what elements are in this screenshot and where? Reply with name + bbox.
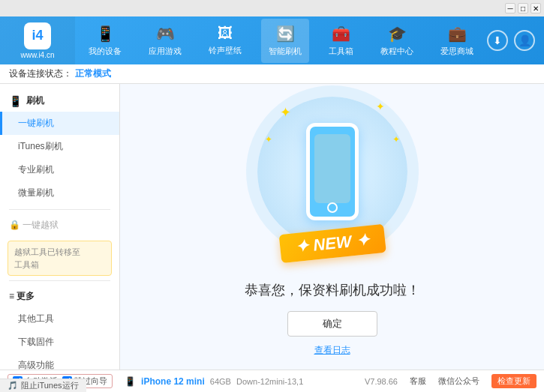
header-actions: ⬇ 👤 (487, 30, 544, 51)
check-update-button[interactable]: 检查更新 (491, 374, 536, 388)
sidebar-item-micro-flash-label: 微量刷机 (18, 187, 54, 198)
itunes-icon: 🎵 (8, 381, 18, 391)
more-section-title: ≡ 更多 (0, 286, 119, 307)
nav-item-apps-games[interactable]: 🎮 应用游戏 (141, 19, 189, 63)
flash-label: 刷机 (26, 94, 44, 107)
view-log-link[interactable]: 查看日志 (314, 344, 350, 357)
nav-item-wallpaper-label: 铃声壁纸 (209, 45, 242, 56)
notice-text: 越狱工具已转移至工具箱 (14, 247, 80, 269)
sidebar: 📱 刷机 一键刷机 iTunes刷机 专业刷机 微量刷机 🔒 一键越狱 越狱工具… (0, 84, 120, 370)
more-label: ≡ 更多 (9, 290, 35, 303)
nav-item-shop-label: 爱思商城 (440, 46, 473, 57)
status-label: 设备连接状态： (9, 67, 72, 80)
sidebar-item-download-firmware[interactable]: 下载固件 (0, 331, 119, 354)
minimize-button[interactable]: ─ (505, 3, 515, 13)
user-button[interactable]: 👤 (514, 30, 535, 51)
nav-item-tutorial-label: 教程中心 (380, 46, 413, 57)
header: i4 www.i4.cn 📱 我的设备 🎮 应用游戏 🖼 铃声壁纸 🔄 智能刷机… (0, 16, 544, 64)
sidebar-divider-2 (9, 280, 110, 281)
sparkle-4: ✦ (392, 134, 400, 145)
logo-icon: i4 (24, 22, 51, 49)
device-firmware: Down-12mini-13,1 (236, 377, 303, 386)
nav-item-tutorial[interactable]: 🎓 教程中心 (373, 19, 421, 63)
nav-item-my-device[interactable]: 📱 我的设备 (81, 19, 129, 63)
sidebar-item-pro-flash[interactable]: 专业刷机 (0, 158, 119, 181)
sidebar-item-itunes-flash-label: iTunes刷机 (18, 141, 63, 151)
logo-area: i4 www.i4.cn (0, 16, 75, 64)
sidebar-item-other-tools-label: 其他工具 (18, 313, 54, 324)
smart-shop-icon: 🔄 (276, 25, 295, 43)
sidebar-item-pro-flash-label: 专业刷机 (18, 164, 54, 175)
sidebar-item-one-key-flash[interactable]: 一键刷机 (0, 112, 119, 135)
phone-screen (314, 134, 350, 203)
tutorial-icon: 🎓 (388, 25, 407, 43)
download-button[interactable]: ⬇ (487, 30, 508, 51)
sidebar-item-micro-flash[interactable]: 微量刷机 (0, 181, 119, 205)
sparkle-1: ✦ (280, 104, 291, 121)
nav-item-my-device-label: 我的设备 (89, 46, 122, 57)
my-device-icon: 📱 (96, 25, 115, 43)
new-badge-decoration-left: ✦ (294, 236, 314, 256)
phone-home-button (327, 202, 338, 213)
wallpaper-icon: 🖼 (218, 25, 233, 42)
sidebar-divider-1 (9, 209, 110, 210)
itunes-bar: 🎵 阻止iTunes运行 (0, 379, 86, 392)
new-badge-text: NEW (312, 232, 353, 254)
confirm-button[interactable]: 确定 (287, 311, 377, 337)
nav-bar: 📱 我的设备 🎮 应用游戏 🖼 铃声壁纸 🔄 智能刷机 🧰 工具箱 🎓 教程中心… (75, 16, 487, 64)
device-icon: 📱 (125, 376, 136, 387)
logo-url: www.i4.cn (20, 51, 54, 59)
sidebar-item-download-firmware-label: 下载固件 (18, 337, 54, 347)
maximize-button[interactable]: □ (518, 3, 528, 13)
sparkle-3: ✦ (265, 134, 272, 145)
sidebar-item-advanced[interactable]: 高级功能 (0, 354, 119, 370)
shop-icon: 💼 (448, 25, 467, 43)
nav-item-shop[interactable]: 💼 爱思商城 (433, 19, 481, 63)
sidebar-item-advanced-label: 高级功能 (18, 360, 54, 370)
notice-box: 越狱工具已转移至工具箱 (8, 241, 112, 276)
itunes-status: 阻止iTunes运行 (21, 380, 79, 391)
content-area: ✦ ✦ ✦ ✦ ✦ NEW ✦ 恭喜您，保资料刷机成功啦！ 确定 查看日志 (120, 84, 544, 370)
wechat-link[interactable]: 微信公众号 (438, 376, 479, 387)
status-bar: 设备连接状态： 正常模式 (0, 64, 544, 84)
sidebar-item-itunes-flash[interactable]: iTunes刷机 (0, 135, 119, 158)
new-badge-decoration-right: ✦ (355, 230, 371, 250)
nav-item-toolbox[interactable]: 🧰 工具箱 (321, 19, 361, 63)
nav-item-apps-games-label: 应用游戏 (149, 46, 182, 57)
nav-item-smart-shop[interactable]: 🔄 智能刷机 (261, 19, 309, 63)
status-value: 正常模式 (75, 67, 111, 80)
flash-icon: 📱 (9, 95, 22, 107)
flash-section-title: 📱 刷机 (0, 90, 119, 112)
device-info: 📱 iPhone 12 mini 64GB Down-12mini-13,1 (125, 376, 303, 387)
device-name: iPhone 12 mini (141, 376, 205, 387)
success-illustration: ✦ ✦ ✦ ✦ ✦ NEW ✦ (257, 97, 407, 247)
title-bar: ─ □ ✕ (0, 0, 544, 16)
close-button[interactable]: ✕ (530, 3, 541, 13)
apps-games-icon: 🎮 (156, 25, 175, 43)
jailbreak-label: 🔒 一键越狱 (9, 219, 59, 232)
phone-body (306, 123, 359, 220)
phone-illustration (306, 123, 359, 220)
sparkle-2: ✦ (376, 100, 385, 112)
sidebar-item-one-key-flash-label: 一键刷机 (18, 118, 54, 128)
main-container: 📱 刷机 一键刷机 iTunes刷机 专业刷机 微量刷机 🔒 一键越狱 越狱工具… (0, 84, 544, 370)
success-text-container: 恭喜您，保资料刷机成功啦！ (245, 281, 420, 299)
nav-item-toolbox-label: 工具箱 (329, 46, 353, 57)
toolbox-icon: 🧰 (332, 25, 350, 43)
nav-item-wallpaper[interactable]: 🖼 铃声壁纸 (201, 19, 249, 62)
sidebar-item-jailbreak: 🔒 一键越狱 (0, 214, 119, 236)
success-text: 恭喜您，保资料刷机成功啦！ (245, 283, 420, 298)
bottom-right: V7.98.66 客服 微信公众号 检查更新 (365, 374, 536, 388)
customer-service-link[interactable]: 客服 (410, 376, 426, 387)
logo-text: i4 (32, 28, 43, 43)
version-text: V7.98.66 (365, 377, 398, 386)
nav-item-smart-shop-label: 智能刷机 (269, 46, 302, 57)
sidebar-item-other-tools[interactable]: 其他工具 (0, 307, 119, 331)
device-storage: 64GB (210, 377, 231, 386)
